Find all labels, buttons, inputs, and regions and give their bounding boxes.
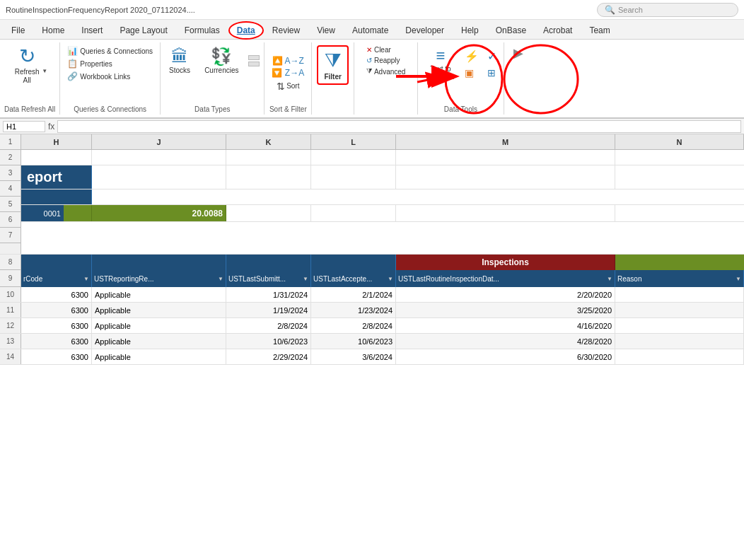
tab-review[interactable]: Review [264, 22, 308, 39]
submitted-cell: 1/19/2024 [226, 303, 311, 317]
advanced-label: Advanced [374, 68, 405, 76]
more-button[interactable]: ▶ [513, 45, 523, 61]
text-to-columns-label: Text toColumns [426, 65, 454, 81]
gap-area: 1 2 3 4 5 6 7 H J K L M [0, 134, 744, 255]
reporting-cell: Applicable [92, 334, 226, 349]
formula-bar: H1 fx [0, 119, 744, 134]
properties-button[interactable]: 📋 Properties [64, 58, 156, 69]
datatools-group-label: Data Tools [422, 103, 499, 115]
filter-icon: ⧩ [325, 49, 342, 73]
tab-onbase[interactable]: OnBase [487, 22, 535, 39]
datatypes-group-label: Data Types [165, 103, 260, 115]
tab-pagelayout[interactable]: Page Layout [111, 22, 175, 39]
filter-inspection-col: USTLastRoutineInspectionDat... ▼ [396, 270, 615, 287]
consolidate-button[interactable]: ⊞ [484, 66, 499, 79]
code-cell: 6300 [21, 334, 92, 349]
refresh-all-dropdown[interactable]: ▼ [42, 58, 47, 74]
tab-acrobat[interactable]: Acrobat [535, 22, 581, 39]
stocks-icon: 🏛 [171, 47, 188, 66]
inspections-label-cell: Inspections [396, 255, 615, 270]
code-cell: 6300 [21, 303, 92, 317]
sort-za-button[interactable]: 🔽 Z→A [269, 67, 307, 78]
inspection-cell: 2/20/2020 [396, 287, 615, 302]
code-cell: 6300 [21, 287, 92, 302]
reporting-cell: Applicable [92, 318, 226, 333]
datatype-dropdown-1[interactable] [248, 55, 260, 60]
report-title-text: eport [27, 169, 62, 185]
col-l: L [311, 134, 396, 149]
col-k: K [226, 134, 311, 149]
refresh-icon: ↻ [19, 47, 35, 66]
flash-fill-icon: ⚡ [465, 49, 479, 63]
green-cell [64, 205, 92, 221]
clear-button[interactable]: ✕ Clear [364, 45, 408, 54]
sort-button[interactable]: ⇅ Sort [272, 79, 303, 93]
number-value: 20.0088 [192, 209, 223, 218]
currencies-button[interactable]: 💱 Currencies [200, 45, 243, 76]
name-box[interactable]: H1 [3, 121, 45, 132]
accepted-cell: 2/8/2024 [311, 318, 396, 333]
refresh-all-button[interactable]: ↻ RefreshAll [12, 45, 42, 86]
tab-automate[interactable]: Automate [344, 22, 397, 39]
report-title-cell: eport [21, 165, 92, 189]
filter-button[interactable]: ⧩ Filter [317, 45, 348, 85]
consolidate-icon: ⊞ [487, 67, 496, 78]
filter-arrow-h: ▼ [83, 276, 89, 282]
tab-help[interactable]: Help [453, 22, 487, 39]
ribbon-group-more: ▶ [504, 42, 533, 115]
remove-duplicates-button[interactable]: ▣ [462, 66, 482, 79]
tab-data[interactable]: Data [228, 21, 264, 40]
data-validation-button[interactable]: ✓ [484, 49, 499, 64]
tab-developer[interactable]: Developer [397, 22, 453, 39]
filter-arrow-l: ▼ [388, 276, 393, 282]
accepted-cell: 3/6/2024 [311, 349, 396, 364]
filter-header-row: 9 rCode ▼ USTReportingRe... ▼ USTLastSub… [0, 270, 744, 287]
filter-arrow-n: ▼ [736, 276, 741, 282]
clear-icon: ✕ [366, 46, 372, 54]
inspections-header-row: 8 Inspections [0, 255, 744, 270]
search-input[interactable]: Search [618, 6, 643, 14]
advanced-button[interactable]: ⧩ Advanced [364, 66, 408, 76]
spreadsheet: 1 2 3 4 5 6 7 H J K L M [0, 134, 744, 365]
formula-input[interactable] [57, 120, 741, 133]
data-rows: 106300Applicable1/31/20242/1/20242/20/20… [0, 287, 744, 365]
tab-home[interactable]: Home [33, 22, 73, 39]
reason-cell [615, 349, 744, 364]
stocks-button[interactable]: 🏛 Stocks [165, 45, 194, 76]
filter-code-col: rCode ▼ [21, 270, 92, 287]
col-h: H [21, 134, 92, 149]
col-m: M [396, 134, 615, 149]
filter-accepted-col: USTLastAccepte... ▼ [311, 270, 396, 287]
accepted-cell: 10/6/2023 [311, 334, 396, 349]
ribbon-tabs: File Home Insert Page Layout Formulas Da… [0, 20, 744, 40]
tab-insert[interactable]: Insert [73, 22, 111, 39]
text-to-columns-button[interactable]: ≡ Text toColumns [422, 45, 458, 82]
tab-team[interactable]: Team [581, 22, 618, 39]
inspection-cell: 3/25/2020 [396, 303, 615, 317]
report-title-row: eport [21, 165, 744, 189]
ribbon-group-queries: 📊 Queries & Connections 📋 Properties 🔗 W… [60, 42, 161, 115]
tab-view[interactable]: View [308, 22, 344, 39]
reapply-button[interactable]: ↺ Reapply [364, 56, 408, 65]
filename-label: RoutineInspectionFrequencyReport 2020_07… [6, 6, 597, 14]
workbook-links-button[interactable]: 🔗 Workbook Links [64, 71, 156, 82]
ribbon-group-filter: ⧩ Filter [312, 42, 354, 115]
data-group-label: Data Refresh All [4, 103, 55, 115]
ribbon-group-clear-reapply: ✕ Clear ↺ Reapply ⧩ Advanced [354, 42, 418, 115]
tab-formulas[interactable]: Formulas [176, 22, 228, 39]
reason-cell [615, 287, 744, 302]
inspection-cell: 4/16/2020 [396, 318, 615, 333]
sort-az-button[interactable]: 🔼 A→Z [269, 55, 307, 66]
remove-duplicates-icon: ▣ [465, 67, 474, 78]
code-cell: 0001 [21, 205, 64, 221]
queries-connections-button[interactable]: 📊 Queries & Connections [64, 45, 156, 57]
table-row: 116300Applicable1/19/20241/23/20243/25/2… [0, 303, 744, 318]
properties-icon: 📋 [67, 59, 78, 69]
col-n: N [615, 134, 744, 149]
tab-file[interactable]: File [3, 22, 33, 39]
ribbon: ↻ RefreshAll ▼ Data Refresh All 📊 [0, 40, 744, 119]
clear-label: Clear [374, 46, 391, 54]
datatype-dropdown-2[interactable] [248, 62, 260, 66]
flash-fill-button[interactable]: ⚡ [462, 49, 482, 64]
reporting-cell: Applicable [92, 287, 226, 302]
